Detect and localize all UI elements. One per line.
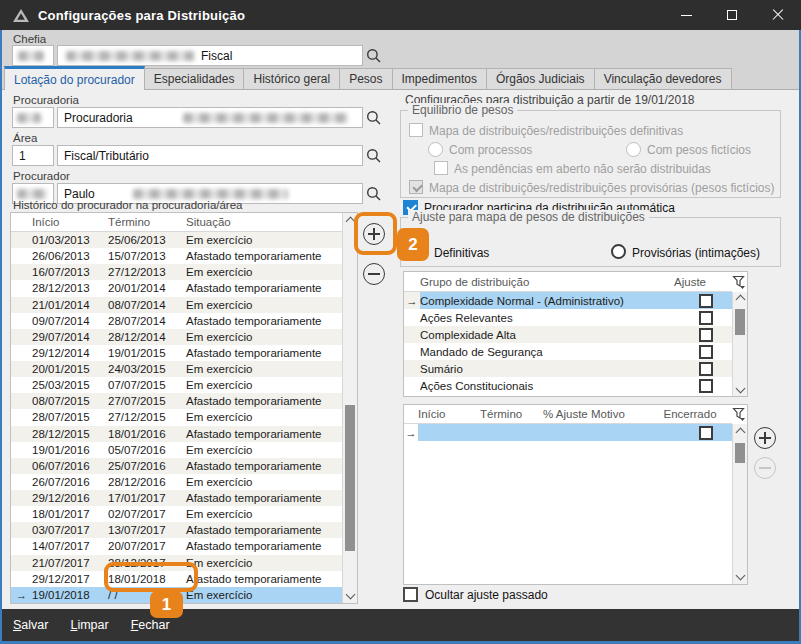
grupo-row[interactable]: Ações Relevantes <box>404 309 732 326</box>
history-row[interactable]: 18/01/2017 02/07/2017 Em exercício <box>11 506 342 522</box>
chefia-code-field[interactable] <box>12 45 54 66</box>
historico-table: Início Término Situação 01/03/2013 25/06… <box>10 212 358 604</box>
col-grupo[interactable]: Grupo de distribuição <box>420 276 664 288</box>
grupo-row[interactable]: Complexidade Normal - (Administrativo) <box>404 292 732 309</box>
history-row[interactable]: 03/07/2017 13/07/2017 Afastado temporari… <box>11 522 342 538</box>
tab[interactable]: Histórico geral <box>243 68 340 89</box>
encerrado-checkbox[interactable] <box>699 426 713 440</box>
history-row[interactable]: 29/12/2016 17/01/2017 Afastado temporari… <box>11 490 342 506</box>
chefia-visible-text: Fiscal <box>201 49 232 63</box>
footer-button[interactable]: Limpar <box>70 618 108 632</box>
scroll-up-icon[interactable] <box>735 428 745 438</box>
col-termino[interactable]: Término <box>480 408 543 420</box>
footer-button[interactable]: Fechar <box>131 618 170 632</box>
scroll-down-icon[interactable] <box>735 571 745 581</box>
ajuste-checkbox[interactable] <box>699 311 713 325</box>
grupo-row[interactable]: Ações Constitucionais <box>404 377 732 394</box>
area-code-field[interactable]: 1 <box>12 145 54 166</box>
tab[interactable]: Especialidades <box>144 68 245 89</box>
tab[interactable]: Vinculação devedores <box>594 68 732 89</box>
history-row[interactable]: 09/07/2014 28/07/2014 Afastado temporari… <box>11 313 342 329</box>
mapa-definitivas-checkbox[interactable] <box>409 123 423 137</box>
row-indicator-icon <box>11 589 32 601</box>
minimize-button[interactable] <box>663 0 709 30</box>
procuradoria-code-field[interactable] <box>12 107 54 128</box>
search-icon[interactable] <box>366 148 382 164</box>
tab-bar: Lotação do procuradorEspecialidadesHistó… <box>4 65 731 89</box>
grupo-row[interactable]: Sumário <box>404 360 732 377</box>
chefia-name-field[interactable]: Fiscal <box>57 45 363 66</box>
close-icon <box>772 9 784 21</box>
procuradoria-name-field[interactable]: Procuradoria <box>57 107 363 128</box>
area-name-field[interactable]: Fiscal/Tributário <box>57 145 363 166</box>
ajuste-row[interactable] <box>404 424 732 441</box>
footer-bar: SalvarLimparFechar <box>0 609 801 641</box>
ajuste-checkbox[interactable] <box>699 328 713 342</box>
row-indicator-icon <box>404 295 420 307</box>
row-indicator-icon <box>404 427 418 439</box>
area-label: Área <box>13 132 37 144</box>
history-row[interactable]: 16/07/2013 27/12/2013 Em exercício <box>11 264 342 280</box>
add-ajuste-button[interactable] <box>754 427 776 449</box>
history-row[interactable]: 01/03/2013 25/06/2013 Em exercício <box>11 232 342 248</box>
history-row[interactable]: 14/07/2017 20/07/2017 Afastado temporari… <box>11 538 342 554</box>
ocultar-ajuste-checkbox[interactable] <box>403 587 418 602</box>
col-inicio[interactable]: Início <box>418 408 480 420</box>
col-situacao[interactable]: Situação <box>186 216 342 228</box>
ajuste-checkbox[interactable] <box>699 379 713 393</box>
col-pct-motivo[interactable]: % Ajuste Motivo <box>543 408 664 420</box>
grupo-row[interactable]: Complexidade Alta <box>404 326 732 343</box>
ajustes-scrollbar[interactable] <box>732 424 747 584</box>
history-row[interactable]: 20/01/2015 24/03/2015 Em exercício <box>11 361 342 377</box>
history-row[interactable]: 29/07/2014 28/12/2014 Em exercício <box>11 329 342 345</box>
history-row[interactable]: 28/12/2013 20/01/2014 Afastado temporari… <box>11 280 342 296</box>
history-row[interactable]: 06/07/2016 25/07/2016 Afastado temporari… <box>11 458 342 474</box>
scroll-down-icon[interactable] <box>345 590 355 600</box>
history-row[interactable]: 26/06/2013 15/07/2013 Afastado temporari… <box>11 248 342 264</box>
col-termino[interactable]: Término <box>108 216 186 228</box>
historico-scrollbar[interactable] <box>342 213 357 603</box>
scroll-down-icon[interactable] <box>735 384 745 394</box>
history-row[interactable]: 28/07/2015 27/12/2015 Em exercício <box>11 409 342 425</box>
tab[interactable]: Órgãos Judiciais <box>486 68 595 89</box>
search-icon[interactable] <box>366 186 382 202</box>
history-row[interactable]: 08/07/2015 27/07/2015 Afastado temporari… <box>11 393 342 409</box>
remove-ajuste-button[interactable] <box>754 457 776 479</box>
search-icon[interactable] <box>366 48 382 64</box>
maximize-button[interactable] <box>709 0 755 30</box>
filter-icon[interactable] <box>732 275 746 293</box>
col-encerrado[interactable]: Encerrado <box>664 405 716 423</box>
procuradoria-label: Procuradoria <box>13 94 79 106</box>
mapa-provisorias-checkbox[interactable] <box>409 180 423 194</box>
history-row[interactable]: 19/01/2016 05/07/2016 Em exercício <box>11 442 342 458</box>
col-ajuste[interactable]: Ajuste <box>664 272 716 291</box>
com-processos-radio[interactable] <box>428 142 443 157</box>
scrollbar-thumb[interactable] <box>735 309 745 335</box>
filter-icon[interactable] <box>732 407 746 425</box>
ajuste-checkbox[interactable] <box>699 294 713 308</box>
grupo-row[interactable]: Mandado de Segurança <box>404 343 732 360</box>
mapa-definitivas-label: Mapa de distribuições/redistribuições de… <box>429 124 683 138</box>
footer-button[interactable]: Salvar <box>13 618 48 632</box>
grupos-scrollbar[interactable] <box>732 292 747 396</box>
provisorias-radio[interactable] <box>611 244 626 259</box>
search-icon[interactable] <box>366 110 382 126</box>
col-inicio[interactable]: Início <box>32 216 108 228</box>
com-pesos-ficticios-radio[interactable] <box>626 142 641 157</box>
ajuste-checkbox[interactable] <box>699 345 713 359</box>
scrollbar-thumb[interactable] <box>345 405 355 551</box>
pendencias-checkbox[interactable] <box>434 161 448 175</box>
tab[interactable]: Pesos <box>339 68 392 89</box>
history-row[interactable]: 29/12/2014 19/01/2015 Afastado temporari… <box>11 345 342 361</box>
tab[interactable]: Lotação do procurador <box>4 66 145 90</box>
scrollbar-thumb[interactable] <box>735 443 745 463</box>
close-button[interactable] <box>755 0 801 30</box>
scroll-up-icon[interactable] <box>735 295 745 305</box>
tab[interactable]: Impedimentos <box>392 68 487 89</box>
history-row[interactable]: 25/03/2015 07/07/2015 Em exercício <box>11 377 342 393</box>
history-row[interactable]: 26/07/2016 28/12/2016 Em exercício <box>11 474 342 490</box>
history-row[interactable]: 21/01/2014 08/07/2014 Em exercício <box>11 297 342 313</box>
history-row[interactable]: 28/12/2015 18/01/2016 Afastado temporari… <box>11 426 342 442</box>
remove-history-row-button[interactable] <box>363 263 385 285</box>
ajuste-checkbox[interactable] <box>699 362 713 376</box>
